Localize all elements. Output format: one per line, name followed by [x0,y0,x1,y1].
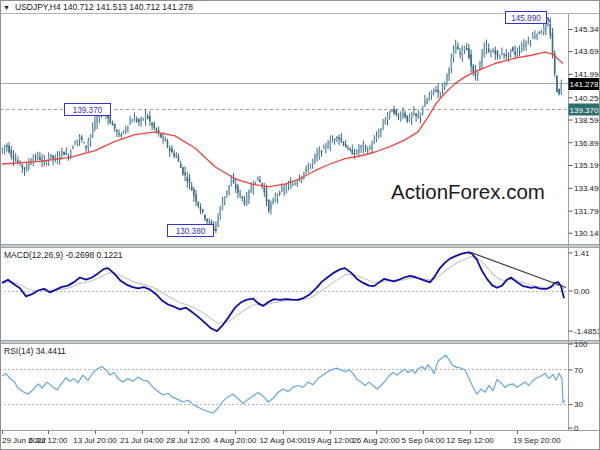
svg-text:-1.4853: -1.4853 [574,327,600,336]
svg-text:13 Jul 20:00: 13 Jul 20:00 [73,436,117,445]
svg-text:143.690: 143.690 [574,47,600,56]
watermark: ActionForex.com [391,180,545,203]
svg-text:6 Jul 12:00: 6 Jul 12:00 [28,436,68,445]
chart-title: USDJPY,H4 140.712 141.513 140.712 141.27… [15,2,193,12]
svg-text:12 Aug 04:00: 12 Aug 04:00 [259,436,307,445]
rsi-label: RSI(14) 34.4411 [4,346,66,356]
current-price-badge-value: 141.278 [570,80,599,89]
svg-text:0: 0 [574,424,579,433]
level-annotation-label: 139.370 [73,106,103,115]
svg-text:19 Aug 12:00: 19 Aug 12:00 [306,436,354,445]
svg-text:28 Jul 12:00: 28 Jul 12:00 [166,436,210,445]
svg-text:5 Sep 04:00: 5 Sep 04:00 [401,436,445,445]
svg-text:4 Aug 20:00: 4 Aug 20:00 [214,436,257,445]
high-annotation-label: 145.890 [511,14,541,23]
svg-text:30: 30 [574,400,583,409]
svg-text:1.41: 1.41 [574,249,590,258]
svg-text:131.790: 131.790 [574,207,600,216]
svg-text:21 Jul 04:00: 21 Jul 04:00 [120,436,164,445]
chart-window: ▼ USDJPY,H4 140.712 141.513 140.712 141.… [0,0,600,450]
level-annotation[interactable]: 139.370 [65,104,111,116]
level-badge: 139.370 [569,104,600,116]
main-chart-panel[interactable] [1,14,568,244]
svg-text:141.990: 141.990 [574,70,600,79]
level-badge-value: 139.370 [570,106,599,115]
current-price-badge: 141.278 [569,78,600,90]
svg-text:100: 100 [574,340,588,349]
macd-panel[interactable] [1,248,568,340]
trading-chart: ▼ USDJPY,H4 140.712 141.513 140.712 141.… [0,0,600,450]
svg-text:26 Aug 20:00: 26 Aug 20:00 [352,436,400,445]
symbol-dropdown-icon[interactable]: ▼ [3,4,10,11]
panel-separator-1[interactable] [0,245,600,248]
svg-text:130.140: 130.140 [574,229,600,238]
svg-text:12 Sep 12:00: 12 Sep 12:00 [446,436,494,445]
svg-text:145.340: 145.340 [574,25,600,34]
svg-text:0.00: 0.00 [574,287,590,296]
svg-text:133.490: 133.490 [574,184,600,193]
svg-text:140.250: 140.250 [574,94,600,103]
rsi-panel[interactable] [1,344,568,430]
svg-text:70: 70 [574,366,583,375]
low-annotation[interactable]: 130.380 [168,225,218,237]
low-annotation-label: 130.380 [176,227,206,236]
svg-text:136.890: 136.890 [574,139,600,148]
macd-label: MACD(12,26,9) -0.2698 0.1221 [4,250,123,260]
svg-text:19 Sep 20:00: 19 Sep 20:00 [513,436,561,445]
svg-text:135.190: 135.190 [574,161,600,170]
svg-text:138.590: 138.590 [574,116,600,125]
panel-separator-2[interactable] [0,341,600,344]
high-annotation[interactable]: 145.890 [506,12,551,24]
